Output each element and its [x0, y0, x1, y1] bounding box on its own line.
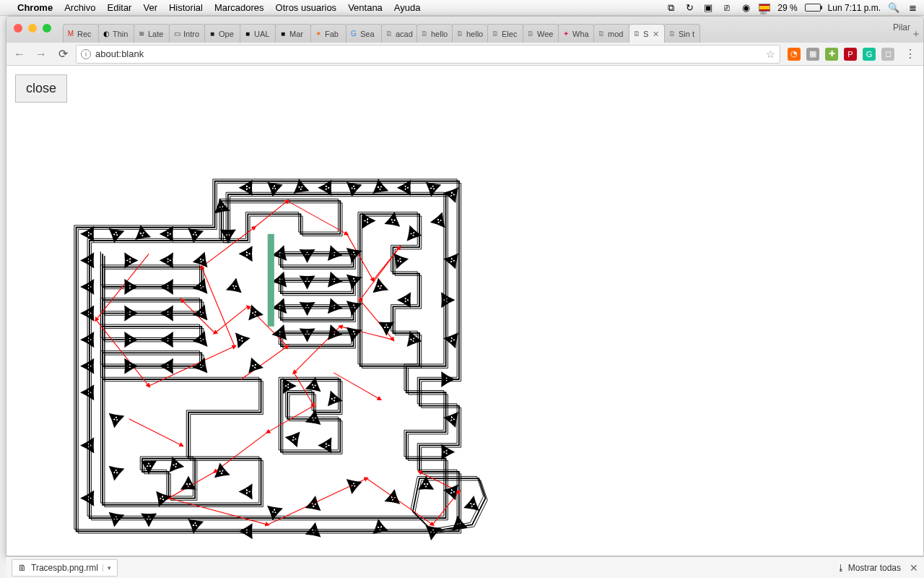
- tab-16[interactable]: 🗎S✕: [629, 24, 665, 43]
- tab-label: Rec: [77, 30, 92, 38]
- svg-line-6: [287, 201, 346, 234]
- tab-14[interactable]: ✦Wha: [558, 24, 594, 43]
- close-button[interactable]: close: [15, 74, 67, 103]
- tab-favicon: 🗎: [668, 30, 676, 38]
- menu-ayuda[interactable]: Ayuda: [394, 2, 421, 13]
- tab-12[interactable]: 🗎Elec: [487, 24, 523, 43]
- tab-11[interactable]: 🗎hello: [452, 24, 488, 43]
- menu-historial[interactable]: Historial: [169, 2, 203, 13]
- download-chip-menu[interactable]: ▾: [103, 564, 111, 571]
- svg-line-16: [169, 472, 215, 499]
- profile-button[interactable]: Pilar: [887, 21, 916, 34]
- spotlight-icon[interactable]: 🔍: [888, 2, 899, 14]
- wifi-icon[interactable]: ◉: [740, 2, 751, 14]
- window-minimize-button[interactable]: [28, 24, 37, 33]
- tab-favicon: ≋: [137, 30, 146, 38]
- tab-label: Late: [148, 30, 163, 38]
- tab-4[interactable]: ■Ope: [204, 24, 240, 43]
- extension-ext-2[interactable]: ▦: [806, 48, 819, 61]
- tab-17[interactable]: 🗎Sin t: [664, 24, 700, 43]
- chrome-titlebar: MRec◐Thin≋Late▭Intro■Ope■UAL■Mar✶FabGSea…: [6, 17, 923, 43]
- download-bar: 🗎 Tracespb.png.rml ▾ ⭳ Mostrar todas ✕: [6, 556, 924, 578]
- tab-close-icon[interactable]: ✕: [653, 30, 661, 38]
- chrome-window: MRec◐Thin≋Late▭Intro■Ope■UAL■Mar✶FabGSea…: [6, 16, 924, 556]
- clock[interactable]: Lun 7:11 p.m.: [828, 3, 881, 13]
- tab-label: Fab: [325, 30, 339, 38]
- tab-favicon: ■: [279, 30, 287, 38]
- battery-percent: 29 %: [777, 3, 797, 13]
- window-maximize-button[interactable]: [43, 24, 51, 33]
- window-close-button[interactable]: [14, 24, 22, 33]
- dropbox-icon[interactable]: ⧉: [665, 2, 676, 14]
- tab-label: acad: [396, 30, 413, 38]
- chrome-menu-button[interactable]: ⋮: [902, 47, 919, 61]
- tab-label: Sea: [360, 30, 375, 38]
- tab-label: Mar: [289, 30, 303, 38]
- tab-7[interactable]: ✶Fab: [310, 24, 346, 43]
- close-download-bar[interactable]: ✕: [910, 562, 918, 574]
- tab-0[interactable]: MRec: [63, 24, 99, 43]
- tab-1[interactable]: ◐Thin: [98, 24, 134, 43]
- tab-favicon: ✦: [562, 30, 570, 38]
- extension-icons: ◔▦✚PG◻: [785, 48, 897, 61]
- extension-grammarly[interactable]: G: [863, 48, 876, 61]
- battery-icon[interactable]: [805, 4, 821, 12]
- tab-favicon: ■: [208, 30, 217, 38]
- app-name[interactable]: Chrome: [17, 2, 53, 13]
- input-source-flag-icon[interactable]: [759, 4, 770, 12]
- tab-favicon: 🗎: [456, 30, 464, 38]
- tab-label: Elec: [502, 30, 517, 38]
- download-filename: Tracespb.png.rml: [31, 563, 98, 573]
- tab-9[interactable]: 🗎acad: [381, 24, 417, 43]
- reload-button[interactable]: ⟳: [54, 46, 71, 63]
- download-chip[interactable]: 🗎 Tracespb.png.rml ▾: [12, 559, 118, 577]
- tab-label: Thin: [113, 30, 128, 38]
- svg-line-17: [169, 499, 268, 525]
- show-all-downloads[interactable]: ⭳ Mostrar todas: [837, 563, 901, 573]
- tab-favicon: 🗎: [491, 30, 500, 38]
- extension-pinterest[interactable]: P: [844, 48, 857, 61]
- tab-3[interactable]: ▭Intro: [169, 24, 205, 43]
- tab-strip: MRec◐Thin≋Late▭Intro■Ope■UAL■Mar✶FabGSea…: [63, 17, 906, 43]
- tab-favicon: 🗎: [597, 30, 606, 38]
- file-icon: 🗎: [18, 563, 27, 573]
- bookmark-star-icon[interactable]: ☆: [766, 48, 775, 60]
- tab-8[interactable]: GSea: [346, 24, 382, 43]
- toolpath-preview: [28, 102, 533, 556]
- tab-label: Wee: [537, 30, 553, 38]
- address-bar[interactable]: i about:blank ☆: [76, 45, 780, 64]
- menu-editar[interactable]: Editar: [107, 2, 131, 13]
- notification-center-icon[interactable]: ≣: [907, 2, 918, 14]
- extension-ext-1[interactable]: ◔: [788, 48, 801, 61]
- tab-label: hello: [466, 30, 483, 38]
- menu-archivo[interactable]: Archivo: [64, 2, 95, 13]
- menu-otros-usuarios[interactable]: Otros usuarios: [276, 2, 337, 13]
- menu-ver[interactable]: Ver: [143, 2, 157, 13]
- tab-label: Wha: [572, 30, 589, 38]
- tab-13[interactable]: 🗎Wee: [523, 24, 559, 43]
- tab-label: hello: [431, 30, 448, 38]
- menu-marcadores[interactable]: Marcadores: [214, 2, 264, 13]
- tab-label: Intro: [183, 30, 199, 38]
- tab-10[interactable]: 🗎hello: [417, 24, 453, 43]
- tab-5[interactable]: ■UAL: [240, 24, 276, 43]
- site-info-icon[interactable]: i: [81, 49, 91, 59]
- extension-ext-6[interactable]: ◻: [881, 48, 894, 61]
- svg-line-27: [129, 419, 182, 446]
- forward-button[interactable]: →: [32, 46, 50, 63]
- tab-label: Sin t: [679, 30, 694, 38]
- back-button[interactable]: ←: [11, 46, 28, 63]
- tab-6[interactable]: ■Mar: [275, 24, 311, 43]
- page-content: close: [6, 66, 923, 556]
- display-icon[interactable]: ▣: [702, 2, 714, 14]
- tab-15[interactable]: 🗎mod: [593, 24, 629, 43]
- sync-icon[interactable]: ↻: [684, 2, 695, 14]
- extension-ext-3[interactable]: ✚: [825, 48, 838, 61]
- svg-rect-28: [268, 234, 274, 327]
- tab-2[interactable]: ≋Late: [134, 24, 170, 43]
- svg-line-10: [360, 300, 393, 340]
- tab-label: mod: [608, 30, 623, 38]
- airplay-icon[interactable]: ⎚: [721, 2, 733, 14]
- menu-ventana[interactable]: Ventana: [348, 2, 383, 13]
- tab-favicon: M: [66, 30, 75, 38]
